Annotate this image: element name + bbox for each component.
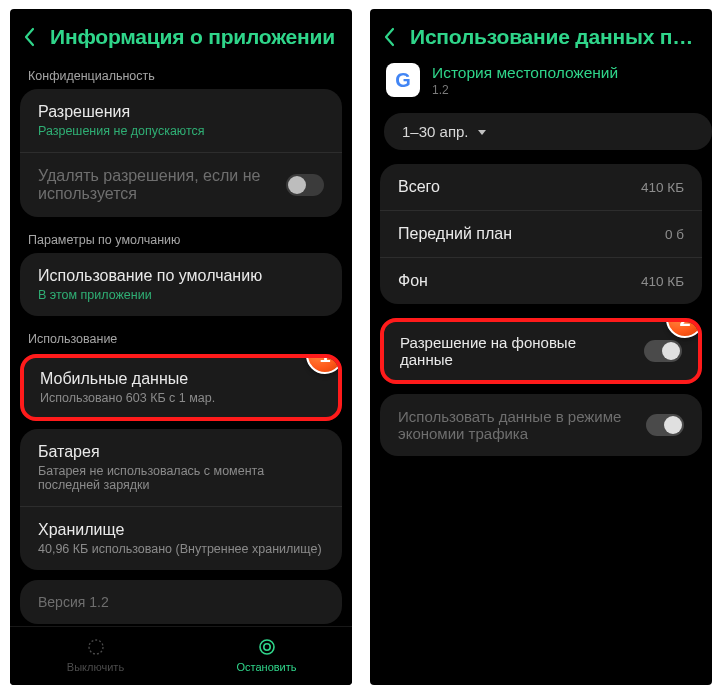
row-data-saver[interactable]: Использовать данные в режиме экономии тр… — [380, 394, 702, 456]
header: Использование данных прил... — [370, 9, 712, 63]
card-usage-rest: Батарея Батарея не использовалась с моме… — [20, 429, 342, 570]
bottom-bar: Выключить Остановить — [10, 626, 352, 685]
row-sub: Разрешения не допускаются — [38, 124, 324, 138]
row-sub: 40,96 КБ использовано (Внутреннее хранил… — [38, 542, 324, 556]
bottom-label: Остановить — [236, 661, 296, 673]
row-sub: Использовано 603 КБ с 1 мар. — [40, 391, 322, 405]
stat-value: 0 б — [665, 227, 684, 242]
version-text: Версия 1.2 — [38, 594, 324, 610]
card-privacy: Разрешения Разрешения не допускаются Уда… — [20, 89, 342, 217]
chevron-down-icon — [477, 123, 487, 140]
svg-point-1 — [260, 640, 274, 654]
disable-button: Выключить — [10, 627, 181, 685]
toggle-bg-data[interactable] — [644, 340, 682, 362]
disable-icon — [86, 637, 106, 657]
row-sub: В этом приложении — [38, 288, 324, 302]
stat-label: Всего — [398, 178, 440, 196]
header: Информация о приложении — [10, 9, 352, 63]
row-title: Использовать данные в режиме экономии тр… — [398, 408, 632, 442]
row-default-use[interactable]: Использование по умолчанию В этом прилож… — [20, 253, 342, 316]
page-title: Информация о приложении — [50, 25, 335, 49]
row-title: Удалять разрешения, если не используется — [38, 167, 272, 203]
page-title: Использование данных прил... — [410, 25, 698, 49]
section-usage: Использование — [10, 326, 352, 352]
card-stats: Всего 410 КБ Передний план 0 б Фон 410 К… — [380, 164, 702, 304]
row-title: Мобильные данные — [40, 370, 322, 388]
card-bg-permission[interactable]: 2 Разрешение на фоновые данные — [380, 318, 702, 384]
bottom-label: Выключить — [67, 661, 124, 673]
app-version: 1.2 — [432, 83, 618, 97]
row-title: Батарея — [38, 443, 324, 461]
back-icon[interactable] — [382, 26, 398, 48]
row-version: Версия 1.2 — [20, 580, 342, 624]
row-foreground: Передний план 0 б — [380, 210, 702, 257]
stop-icon — [257, 637, 277, 657]
row-remove-unused[interactable]: Удалять разрешения, если не используется — [20, 152, 342, 217]
stat-value: 410 КБ — [641, 274, 684, 289]
toggle-remove-unused[interactable] — [286, 174, 324, 196]
toggle-data-saver[interactable] — [646, 414, 684, 436]
svg-point-2 — [263, 644, 269, 650]
back-icon[interactable] — [22, 26, 38, 48]
row-background: Фон 410 КБ — [380, 257, 702, 304]
row-permissions[interactable]: Разрешения Разрешения не допускаются — [20, 89, 342, 152]
row-title: Разрешения — [38, 103, 324, 121]
row-battery[interactable]: Батарея Батарея не использовалась с моме… — [20, 429, 342, 506]
card-data-saver: Использовать данные в режиме экономии тр… — [380, 394, 702, 456]
stop-button[interactable]: Остановить — [181, 627, 352, 685]
row-sub: Батарея не использовалась с момента посл… — [38, 464, 324, 492]
stat-label: Фон — [398, 272, 428, 290]
card-mobile-data[interactable]: 1 Мобильные данные Использовано 603 КБ с… — [20, 354, 342, 421]
stat-label: Передний план — [398, 225, 512, 243]
section-privacy: Конфиденциальность — [10, 63, 352, 89]
screen-app-info: Информация о приложении Конфиденциальнос… — [10, 9, 352, 685]
svg-point-0 — [89, 640, 103, 654]
row-title: Разрешение на фоновые данные — [400, 334, 630, 368]
period-selector[interactable]: 1–30 апр. — [384, 113, 712, 150]
row-title: Использование по умолчанию — [38, 267, 324, 285]
section-defaults: Параметры по умолчанию — [10, 227, 352, 253]
stat-value: 410 КБ — [641, 180, 684, 195]
row-storage[interactable]: Хранилище 40,96 КБ использовано (Внутрен… — [20, 506, 342, 570]
card-defaults: Использование по умолчанию В этом прилож… — [20, 253, 342, 316]
app-name: История местоположений — [432, 64, 618, 82]
row-total: Всего 410 КБ — [380, 164, 702, 210]
period-label: 1–30 апр. — [402, 123, 469, 140]
screen-data-usage: Использование данных прил... G История м… — [370, 9, 712, 685]
card-version: Версия 1.2 — [20, 580, 342, 624]
row-title: Хранилище — [38, 521, 324, 539]
app-icon: G — [386, 63, 420, 97]
app-header: G История местоположений 1.2 — [370, 63, 712, 103]
